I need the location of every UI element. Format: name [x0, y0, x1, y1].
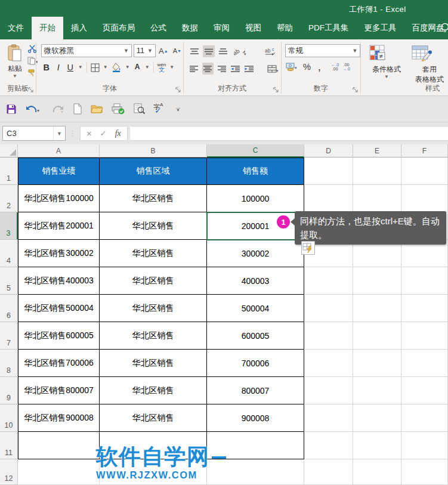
- ribbon-tab-item[interactable]: 插入: [63, 17, 95, 39]
- cell-D12[interactable]: [304, 459, 353, 485]
- select-all-corner[interactable]: [0, 144, 18, 157]
- cell-A4[interactable]: 华北区销售300002: [18, 240, 100, 267]
- insert-function-icon[interactable]: fx: [115, 129, 121, 138]
- quick-print-icon[interactable]: [112, 103, 125, 115]
- cell-E7[interactable]: [353, 322, 401, 350]
- cell-E10[interactable]: [353, 404, 401, 432]
- cell-F8[interactable]: [401, 350, 448, 377]
- italic-button[interactable]: I: [54, 63, 63, 72]
- cell-E2[interactable]: [353, 185, 401, 212]
- fill-color-icon[interactable]: [112, 63, 122, 72]
- row-header-12[interactable]: 12: [0, 459, 18, 485]
- underline-dropdown-arrow[interactable]: ▼: [78, 65, 83, 70]
- cell-B12[interactable]: [100, 459, 207, 485]
- cell-D9[interactable]: [304, 377, 353, 404]
- font-dialog-launcher[interactable]: [175, 87, 181, 93]
- cell-B8[interactable]: 华北区销售: [100, 350, 207, 377]
- cell-A11[interactable]: [18, 432, 100, 459]
- row-header-11[interactable]: 11: [0, 432, 18, 459]
- undo-icon[interactable]: ▾: [25, 104, 41, 115]
- conditional-formatting-dropdown-arrow[interactable]: ▼: [368, 75, 405, 79]
- cell-E1[interactable]: [353, 157, 401, 185]
- borders-dropdown-arrow[interactable]: ▼: [103, 65, 108, 70]
- cell-A7[interactable]: 华北区销售600005: [18, 322, 100, 350]
- number-dialog-launcher[interactable]: [353, 87, 359, 93]
- row-header-5[interactable]: 5: [0, 267, 18, 295]
- tell-me-lightbulb-icon[interactable]: [438, 21, 448, 35]
- align-middle-icon[interactable]: [203, 45, 215, 57]
- ribbon-tab-item[interactable]: 数据: [174, 17, 206, 39]
- cancel-icon[interactable]: ×: [86, 128, 92, 138]
- decrease-decimal-icon[interactable]: .00→.0: [342, 63, 350, 71]
- cell-B7[interactable]: 华北区销售: [100, 322, 207, 350]
- cell-E12[interactable]: [353, 459, 401, 485]
- phonetic-dropdown-arrow[interactable]: ▼: [169, 65, 174, 70]
- ribbon-tab-item[interactable]: 公式: [143, 17, 174, 39]
- cell-B9[interactable]: 华北区销售: [100, 377, 207, 404]
- cell-B2[interactable]: 华北区销售: [100, 185, 207, 212]
- cell-E11[interactable]: [353, 432, 401, 459]
- flash-fill-options-icon[interactable]: [301, 241, 315, 255]
- merge-center-icon[interactable]: ▾: [266, 63, 281, 75]
- cell-A6[interactable]: 华北区销售500004: [18, 295, 100, 322]
- cell-B6[interactable]: 华北区销售: [100, 295, 207, 322]
- cell-B11[interactable]: [100, 432, 207, 459]
- cell-C12[interactable]: [207, 459, 304, 485]
- align-center-icon[interactable]: [202, 63, 214, 75]
- name-box-dropdown-arrow[interactable]: ▼: [53, 126, 65, 140]
- cell-A5[interactable]: 华北区销售400003: [18, 267, 100, 295]
- ribbon-tab-item[interactable]: 视图: [237, 17, 269, 39]
- paste-button[interactable]: 粘贴 ▼: [5, 44, 25, 79]
- comma-style-button[interactable]: ,: [316, 64, 323, 69]
- cell-C4[interactable]: 300002: [207, 240, 304, 267]
- cell-D5[interactable]: [304, 267, 353, 295]
- row-header-8[interactable]: 8: [0, 350, 18, 377]
- cell-C6[interactable]: 500004: [207, 295, 304, 322]
- cell-D1[interactable]: [304, 157, 353, 185]
- orientation-icon[interactable]: ab▾: [231, 45, 249, 57]
- decrease-indent-icon[interactable]: [230, 63, 241, 75]
- bold-button[interactable]: B: [42, 63, 51, 72]
- underline-button[interactable]: U: [66, 63, 75, 72]
- column-header-B[interactable]: B: [100, 144, 207, 157]
- ribbon-tab-item[interactable]: 帮助: [269, 17, 301, 39]
- column-header-A[interactable]: A: [18, 144, 100, 157]
- cell-C5[interactable]: 400003: [207, 267, 304, 295]
- cell-A12[interactable]: [18, 459, 100, 485]
- clipboard-dialog-launcher[interactable]: [28, 87, 34, 93]
- cell-F10[interactable]: [401, 404, 448, 432]
- new-document-icon[interactable]: [73, 103, 82, 115]
- ribbon-tab-item[interactable]: PDF工具集: [301, 17, 357, 39]
- spelling-check-icon[interactable]: 字A ✓: [153, 103, 168, 115]
- cell-F11[interactable]: [401, 432, 448, 459]
- borders-icon[interactable]: [91, 63, 100, 72]
- fill-color-dropdown-arrow[interactable]: ▼: [125, 65, 130, 70]
- cell-E9[interactable]: [353, 377, 401, 404]
- align-left-icon[interactable]: [189, 63, 200, 75]
- redo-icon[interactable]: ▾: [49, 104, 64, 115]
- decrease-font-icon[interactable]: A▼: [171, 47, 183, 54]
- ribbon-tab-active[interactable]: 开始: [32, 17, 63, 39]
- cell-B5[interactable]: 华北区销售: [100, 267, 207, 295]
- cell-F1[interactable]: [401, 157, 448, 185]
- accounting-format-icon[interactable]: ▾: [286, 62, 298, 71]
- align-bottom-icon[interactable]: [217, 45, 229, 57]
- row-header-3[interactable]: 3: [0, 212, 18, 240]
- number-format-combo[interactable]: 常规▼: [285, 44, 360, 57]
- cell-C2[interactable]: 100000: [207, 185, 304, 212]
- cell-B3[interactable]: 华北区销售: [100, 212, 207, 240]
- cell-D2[interactable]: [304, 185, 353, 212]
- row-header-6[interactable]: 6: [0, 295, 18, 322]
- cell-C9[interactable]: 800007: [207, 377, 304, 404]
- qat-customize-icon[interactable]: —▾: [176, 107, 180, 112]
- ribbon-tab-item[interactable]: 页面布局: [95, 17, 143, 39]
- cell-E5[interactable]: [353, 267, 401, 295]
- name-box[interactable]: C3 ▼: [2, 126, 66, 141]
- print-preview-icon[interactable]: [133, 103, 145, 115]
- cell-D7[interactable]: [304, 322, 353, 350]
- cell-B1[interactable]: 销售区域: [100, 157, 207, 185]
- row-header-1[interactable]: 1: [0, 157, 18, 185]
- font-name-combo[interactable]: 微软雅黑▼: [41, 44, 132, 57]
- cell-C11[interactable]: [207, 432, 304, 459]
- cell-C8[interactable]: 700006: [207, 350, 304, 377]
